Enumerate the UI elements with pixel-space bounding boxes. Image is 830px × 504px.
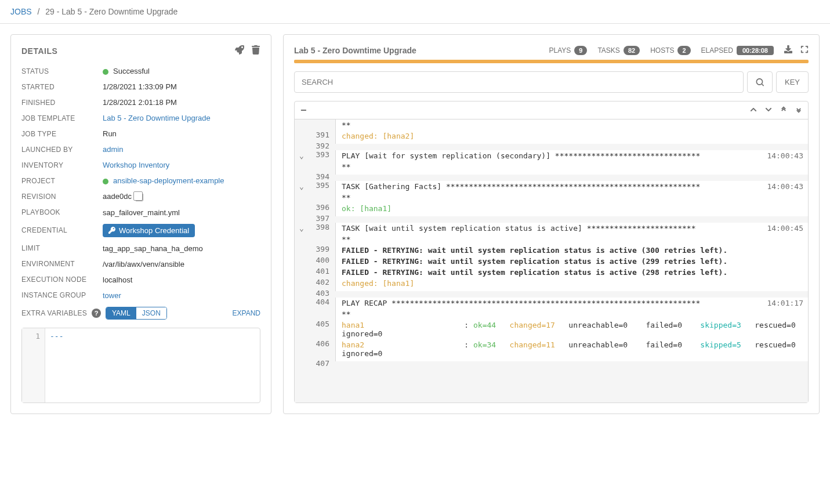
search-input[interactable] [294, 71, 744, 93]
scroll-top-icon[interactable] [780, 106, 787, 115]
line-expand-icon [295, 289, 309, 290]
line-text: TASK [wait until system replication stat… [342, 224, 757, 233]
format-toggle[interactable]: YAML JSON [106, 307, 167, 320]
code-gutter: 1 [22, 328, 45, 403]
console-line[interactable]: 402changed: [hana1] [295, 278, 808, 289]
console-line[interactable]: 396ok: [hana1] [295, 203, 808, 214]
console-line[interactable]: 399FAILED - RETRYING: wait until system … [295, 245, 808, 256]
collapse-all-icon[interactable]: − [300, 104, 307, 116]
value-launched-by[interactable]: admin [103, 145, 260, 154]
console-line[interactable]: 400FAILED - RETRYING: wait until system … [295, 256, 808, 267]
line-text: FAILED - RETRYING: wait until system rep… [342, 257, 803, 266]
delete-icon[interactable] [251, 45, 260, 56]
value-limit: tag_app_sap_hana_ha_demo [103, 244, 260, 253]
value-job-template[interactable]: Lab 5 - Zero Downtime Upgrade [103, 114, 260, 122]
line-expand-icon [295, 278, 309, 279]
value-playbook: sap_failover_maint.yml [103, 208, 260, 217]
line-number: 404 [309, 298, 335, 306]
console-line[interactable]: 401FAILED - RETRYING: wait until system … [295, 267, 808, 278]
credential-badge[interactable]: Workshop Credential [103, 224, 195, 237]
line-text: ** [342, 193, 803, 202]
expand-link[interactable]: EXPAND [233, 309, 260, 317]
console-line[interactable]: 403 [295, 289, 808, 298]
line-number: 397 [309, 214, 335, 223]
value-instance-group[interactable]: tower [103, 291, 260, 300]
label-revision: REVISION [21, 193, 103, 201]
console-line[interactable]: ** [295, 234, 808, 245]
label-launched-by: LAUNCHED BY [21, 146, 103, 154]
label-started: STARTED [21, 83, 103, 91]
tasks-stat: TASKS82 [597, 46, 640, 55]
line-number: 400 [309, 256, 335, 264]
value-project[interactable]: ansible-sap-deployment-example [103, 176, 260, 185]
value-credential: Workshop Credential [103, 224, 260, 237]
toggle-yaml[interactable]: YAML [106, 307, 136, 319]
copy-icon[interactable] [135, 193, 143, 201]
label-finished: FINISHED [21, 99, 103, 107]
details-heading: DETAILS [21, 46, 57, 56]
console-body[interactable]: **391changed: [hana2]392⌄393PLAY [wait f… [295, 119, 808, 403]
console-line[interactable]: 407 [295, 359, 808, 368]
console-line[interactable]: 406hana2 : ok=34 changed=11 unreachable=… [295, 339, 808, 359]
line-text: ** [342, 235, 803, 244]
search-button[interactable] [747, 71, 773, 93]
line-expand-icon [295, 142, 309, 143]
line-expand-icon[interactable]: ⌄ [295, 181, 309, 191]
line-number: 407 [309, 359, 335, 368]
label-playbook: PLAYBOOK [21, 208, 103, 216]
console-line[interactable]: ** [295, 161, 808, 172]
breadcrumb-root[interactable]: JOBS [10, 7, 32, 16]
value-status: Successful [103, 67, 260, 75]
scroll-down-icon[interactable] [765, 106, 772, 115]
scroll-up-icon[interactable] [750, 106, 757, 115]
line-number: 403 [309, 289, 335, 298]
console-line[interactable]: ** [295, 192, 808, 203]
extra-vars-editor[interactable]: 1 --- [21, 328, 260, 403]
console-line[interactable]: ** [295, 309, 808, 320]
line-text: FAILED - RETRYING: wait until system rep… [342, 246, 803, 255]
line-expand-icon [295, 359, 309, 360]
code-content: --- [45, 328, 68, 403]
label-job-type: JOB TYPE [21, 130, 103, 138]
console-line[interactable]: 392 [295, 142, 808, 150]
console-line[interactable]: 397 [295, 214, 808, 223]
line-text: FAILED - RETRYING: wait until system rep… [342, 268, 803, 277]
value-inventory[interactable]: Workshop Inventory [103, 161, 260, 169]
value-environment: /var/lib/awx/venv/ansible [103, 260, 260, 269]
line-text: hana1 : ok=44 changed=17 unreachable=0 f… [342, 321, 803, 338]
line-timestamp: 14:00:45 [757, 224, 803, 233]
line-number: 393 [309, 150, 335, 159]
label-status: STATUS [21, 67, 103, 75]
line-timestamp: 14:00:43 [757, 151, 803, 160]
line-expand-icon [295, 161, 309, 162]
console-line[interactable]: 394 [295, 172, 808, 181]
line-number: 391 [309, 130, 335, 139]
breadcrumb-sep: / [37, 7, 39, 16]
relaunch-icon[interactable] [235, 45, 244, 56]
console-line[interactable]: 391changed: [hana2] [295, 130, 808, 142]
key-icon [108, 227, 115, 234]
help-icon[interactable]: ? [92, 309, 101, 318]
line-expand-icon[interactable]: ⌄ [295, 223, 309, 233]
console-line[interactable]: ⌄395TASK [Gathering Facts] *************… [295, 181, 808, 192]
scroll-bottom-icon[interactable] [795, 106, 802, 115]
elapsed-stat: ELAPSED00:28:08 [701, 46, 774, 55]
line-number: 394 [309, 172, 335, 181]
console-line[interactable]: ⌄398TASK [wait until system replication … [295, 223, 808, 234]
toggle-json[interactable]: JSON [136, 307, 166, 319]
value-started: 1/28/2021 1:33:09 PM [103, 82, 260, 91]
console-line[interactable]: 404PLAY RECAP **************************… [295, 298, 808, 309]
project-status-icon [103, 179, 108, 184]
line-expand-icon [295, 320, 309, 321]
console-line[interactable]: ** [295, 119, 808, 130]
value-finished: 1/28/2021 2:01:18 PM [103, 98, 260, 107]
expand-output-icon[interactable] [800, 45, 809, 55]
value-revision: aade0dc [103, 192, 260, 201]
breadcrumb-current: 29 - Lab 5 - Zero Downtime Upgrade [45, 7, 177, 16]
key-button[interactable]: KEY [776, 71, 809, 93]
line-expand-icon[interactable]: ⌄ [295, 150, 309, 160]
console-line[interactable]: 405hana1 : ok=44 changed=17 unreachable=… [295, 320, 808, 339]
download-icon[interactable] [784, 45, 792, 55]
line-expand-icon [295, 267, 309, 268]
console-line[interactable]: ⌄393PLAY [wait for system replication (s… [295, 150, 808, 161]
